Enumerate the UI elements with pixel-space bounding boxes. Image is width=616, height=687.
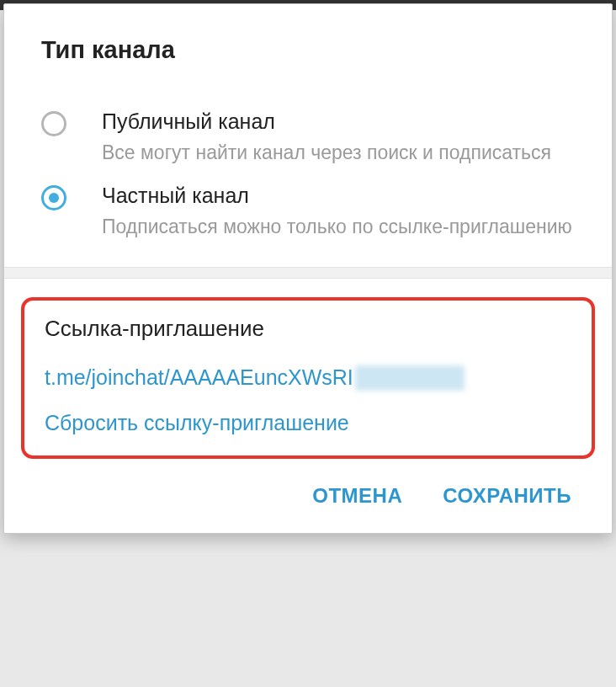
- channel-type-section: Публичный канал Все могут найти канал че…: [4, 84, 612, 267]
- radio-text-private: Частный канал Подписаться можно только п…: [102, 184, 575, 241]
- dialog-title: Тип канала: [41, 36, 575, 64]
- channel-type-dialog: Тип канала Публичный канал Все могут най…: [3, 3, 613, 534]
- radio-unchecked-icon: [41, 111, 66, 136]
- radio-label-public: Публичный канал: [102, 109, 575, 134]
- save-button[interactable]: СОХРАНИТЬ: [443, 484, 571, 508]
- radio-option-public[interactable]: Публичный канал Все могут найти канал че…: [41, 93, 575, 167]
- radio-label-private: Частный канал: [102, 184, 575, 208]
- radio-control-public[interactable]: [41, 109, 102, 136]
- section-divider: [4, 267, 612, 279]
- radio-control-private[interactable]: [41, 184, 102, 210]
- invite-link-blur: [355, 365, 465, 391]
- dialog-header: Тип канала: [4, 4, 612, 84]
- dialog-footer: ОТМЕНА СОХРАНИТЬ: [4, 467, 612, 533]
- radio-dot-icon: [49, 193, 59, 203]
- cancel-button[interactable]: ОТМЕНА: [312, 484, 402, 508]
- invite-link-row[interactable]: t.me/joinchat/AAAAAEuncXWsRI: [45, 365, 571, 391]
- invite-link-text: t.me/joinchat/AAAAAEuncXWsRI: [45, 365, 353, 390]
- invite-title: Ссылка-приглашение: [45, 316, 571, 342]
- invite-section: Ссылка-приглашение t.me/joinchat/AAAAAEu…: [4, 279, 612, 467]
- invite-highlight-box: Ссылка-приглашение t.me/joinchat/AAAAAEu…: [21, 297, 595, 459]
- radio-desc-private: Подписаться можно только по ссылке-пригл…: [102, 213, 575, 241]
- reset-invite-link[interactable]: Сбросить ссылку-приглашение: [45, 411, 571, 435]
- radio-option-private[interactable]: Частный канал Подписаться можно только п…: [41, 167, 575, 241]
- radio-text-public: Публичный канал Все могут найти канал че…: [102, 109, 575, 167]
- radio-desc-public: Все могут найти канал через поиск и подп…: [102, 139, 575, 167]
- radio-checked-icon: [41, 185, 66, 210]
